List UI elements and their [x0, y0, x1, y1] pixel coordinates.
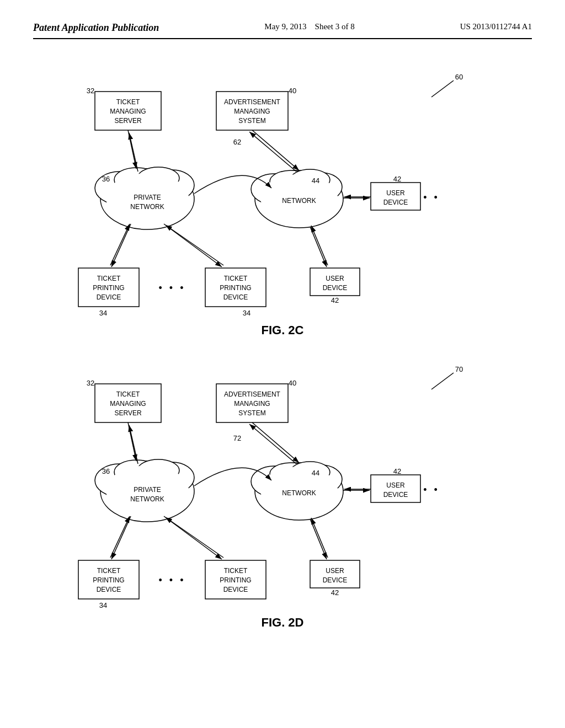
- date: May 9, 2013: [264, 22, 306, 31]
- sheet-info: Sheet 3 of 8: [315, 22, 355, 31]
- svg-line-83: [311, 518, 328, 558]
- ref-36-2c: 36: [102, 175, 110, 183]
- svg-text:NETWORK: NETWORK: [282, 197, 316, 205]
- svg-text:DEVICE: DEVICE: [383, 491, 408, 499]
- fig2c-section: 60 TICKET MANAGING SERVER 32 ADVERTISEME…: [33, 61, 532, 342]
- arrow-tms-to-pn: [128, 130, 136, 169]
- svg-text:DEVICE: DEVICE: [223, 293, 248, 301]
- svg-text:SERVER: SERVER: [114, 409, 141, 417]
- svg-line-76: [111, 516, 131, 559]
- ref-34-left-2d: 34: [99, 601, 107, 609]
- fig2c-diagram: 60 TICKET MANAGING SERVER 32 ADVERTISEME…: [45, 61, 520, 342]
- ref-32-2d: 32: [87, 379, 94, 387]
- svg-text:NETWORK: NETWORK: [282, 489, 316, 497]
- svg-line-82: [310, 519, 327, 559]
- dots-top-right-2d: • •: [423, 484, 440, 495]
- svg-text:DEVICE: DEVICE: [383, 199, 408, 206]
- svg-text:MANAGING: MANAGING: [234, 400, 270, 408]
- svg-line-72: [128, 422, 136, 461]
- ref-44-2d: 44: [312, 469, 319, 477]
- ref-44-2c: 44: [312, 176, 319, 185]
- svg-line-35: [166, 225, 223, 265]
- adv-managing-label: ADVERTISEMENT: [224, 98, 280, 106]
- ref-42-right-2d: 42: [393, 467, 401, 475]
- svg-text:TICKET: TICKET: [97, 275, 121, 282]
- svg-text:DEVICE: DEVICE: [223, 586, 248, 593]
- ref-32-top: 32: [87, 87, 94, 95]
- svg-text:SYSTEM: SYSTEM: [238, 409, 265, 417]
- ticket-managing-server-label: TICKET: [116, 98, 140, 106]
- network-cloud-2d: NETWORK: [251, 462, 343, 520]
- svg-text:USER: USER: [326, 275, 344, 282]
- svg-text:TICKET: TICKET: [224, 275, 248, 282]
- svg-text:DEVICE: DEVICE: [97, 586, 121, 593]
- ref-36-2d: 36: [102, 467, 110, 475]
- svg-text:TICKET: TICKET: [116, 390, 140, 398]
- svg-text:MANAGING: MANAGING: [110, 108, 146, 115]
- ref-40: 40: [289, 87, 296, 95]
- svg-text:USER: USER: [386, 481, 405, 489]
- dots-top-right-2c: • •: [423, 192, 440, 203]
- fig2d-label: FIG. 2D: [261, 615, 303, 629]
- svg-text:DEVICE: DEVICE: [323, 284, 348, 292]
- ref-60: 60: [455, 73, 463, 81]
- svg-line-33: [249, 132, 296, 172]
- fig2d-diagram: 70 TICKET MANAGING SERVER 32 ADVERTISEME…: [45, 354, 520, 635]
- svg-line-74: [252, 422, 299, 463]
- svg-line-32: [129, 133, 138, 172]
- svg-text:PRINTING: PRINTING: [93, 576, 124, 584]
- page-header: Patent Application Publication May 9, 20…: [33, 22, 532, 39]
- publication-type: Patent Application Publication: [33, 22, 159, 34]
- svg-line-75: [249, 424, 296, 464]
- svg-line-77: [110, 516, 130, 558]
- fig2d-section: 70 TICKET MANAGING SERVER 32 ADVERTISEME…: [33, 354, 532, 635]
- svg-line-40: [431, 373, 454, 389]
- network-cloud: NETWORK: [251, 169, 343, 228]
- ref-70: 70: [455, 365, 463, 373]
- header-center: May 9, 2013 Sheet 3 of 8: [264, 22, 354, 31]
- svg-text:MANAGING: MANAGING: [234, 108, 270, 115]
- svg-text:SERVER: SERVER: [114, 117, 141, 125]
- ref-42-bottom: 42: [331, 296, 339, 304]
- dots-mid-2d: • • •: [159, 575, 186, 586]
- svg-text:DEVICE: DEVICE: [97, 293, 121, 301]
- svg-line-73: [129, 425, 138, 464]
- svg-text:PRINTING: PRINTING: [220, 284, 251, 292]
- svg-line-34: [110, 224, 130, 265]
- ref-42-right: 42: [393, 175, 401, 183]
- svg-text:SYSTEM: SYSTEM: [238, 117, 265, 125]
- svg-line-2: [431, 81, 454, 97]
- svg-text:ADVERTISEMENT: ADVERTISEMENT: [224, 390, 280, 398]
- svg-text:NETWORK: NETWORK: [130, 203, 164, 211]
- svg-line-37: [311, 226, 328, 265]
- svg-text:USER: USER: [326, 567, 344, 575]
- svg-text:PRIVATE: PRIVATE: [134, 194, 161, 201]
- arrow-net-to-ud-bottom: [310, 227, 327, 267]
- ref-42-bottom-2d: 42: [331, 588, 339, 597]
- page: Patent Application Publication May 9, 20…: [0, 0, 565, 728]
- svg-text:MANAGING: MANAGING: [110, 400, 146, 408]
- ref-62: 62: [233, 138, 241, 146]
- dots-mid-2c: • • •: [159, 282, 186, 293]
- fig2c-label: FIG. 2C: [261, 323, 303, 337]
- svg-text:DEVICE: DEVICE: [323, 576, 348, 584]
- arrow-ams-to-net: [252, 130, 299, 170]
- svg-text:PRINTING: PRINTING: [93, 284, 124, 292]
- svg-text:TICKET: TICKET: [97, 567, 121, 575]
- svg-line-79: [166, 517, 223, 558]
- arrow-pn-to-tpd-left: [111, 224, 131, 267]
- svg-text:PRIVATE: PRIVATE: [134, 486, 161, 494]
- ref-34-note: 34: [243, 309, 250, 317]
- ref-72: 72: [233, 434, 241, 442]
- patent-number: US 2013/0112744 A1: [460, 22, 532, 31]
- svg-text:PRINTING: PRINTING: [220, 576, 251, 584]
- svg-text:USER: USER: [386, 189, 405, 197]
- svg-text:NETWORK: NETWORK: [130, 495, 164, 503]
- ref-34-left: 34: [99, 309, 107, 317]
- ref-40-2d: 40: [289, 379, 296, 387]
- svg-text:TICKET: TICKET: [224, 567, 248, 575]
